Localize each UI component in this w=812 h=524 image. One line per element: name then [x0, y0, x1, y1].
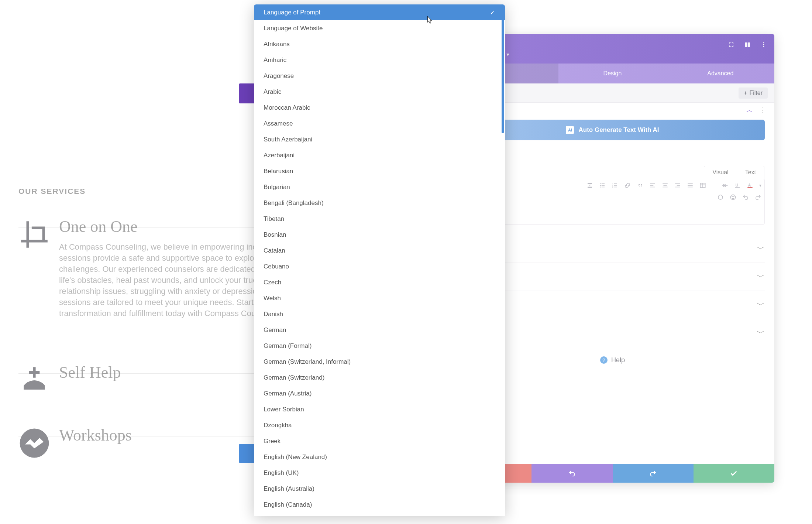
redo-button[interactable]: [613, 464, 694, 483]
accordion-row[interactable]: el ﹀: [460, 319, 765, 347]
language-option[interactable]: Greek: [254, 433, 505, 449]
language-option[interactable]: Welsh: [254, 290, 505, 306]
svg-text:A: A: [748, 183, 751, 187]
link-icon[interactable]: [624, 182, 631, 189]
language-option[interactable]: German (Austria): [254, 386, 505, 401]
language-option[interactable]: English (UK): [254, 465, 505, 481]
language-option-label: South Azerbaijani: [264, 136, 312, 143]
language-option[interactable]: Dzongkha: [254, 417, 505, 433]
language-option-label: English (UK): [264, 469, 299, 477]
svg-rect-36: [747, 187, 753, 188]
accordion-row[interactable]: ﹀: [460, 263, 765, 291]
language-option-label: Welsh: [264, 295, 281, 302]
save-button[interactable]: [694, 464, 774, 483]
language-option[interactable]: Amharic: [254, 52, 505, 68]
svg-text:U: U: [736, 183, 739, 187]
language-option[interactable]: Language of Prompt✓: [254, 4, 505, 20]
align-left-icon[interactable]: [649, 182, 656, 189]
language-option-label: Assamese: [264, 120, 293, 127]
language-option[interactable]: Lower Sorbian: [254, 401, 505, 417]
language-option-label: Afrikaans: [264, 41, 290, 48]
chevron-down-icon: ﹀: [757, 328, 765, 339]
language-option[interactable]: Azerbaijani: [254, 147, 505, 163]
language-option[interactable]: Czech: [254, 274, 505, 290]
svg-point-37: [718, 195, 723, 199]
language-option-label: Azerbaijani: [264, 152, 295, 159]
language-dropdown[interactable]: Language of Prompt✓Language of WebsiteAf…: [254, 4, 505, 516]
scrollbar-thumb[interactable]: [502, 6, 504, 133]
align-justify-icon[interactable]: [687, 182, 694, 189]
ai-generate-button[interactable]: AI Auto Generate Text With AI: [460, 120, 765, 140]
tab-advanced[interactable]: Advanced: [667, 64, 774, 83]
undo-icon[interactable]: [742, 194, 749, 201]
messenger-icon: [18, 427, 50, 459]
quote-icon[interactable]: [637, 182, 643, 189]
chevron-down-icon: ﹀: [757, 243, 765, 254]
svg-rect-23: [677, 185, 680, 186]
svg-rect-24: [675, 187, 680, 188]
language-option[interactable]: English (New Zealand): [254, 449, 505, 465]
language-option[interactable]: Bengali (Bangladesh): [254, 195, 505, 211]
align-right-icon[interactable]: [674, 182, 681, 189]
mouse-cursor-icon: [425, 16, 433, 25]
table-icon[interactable]: [699, 182, 706, 189]
language-option[interactable]: English (Canada): [254, 497, 505, 513]
language-option-label: Language of Website: [264, 25, 323, 32]
help-icon: ?: [600, 356, 608, 364]
accordion-row[interactable]: nd ﹀: [460, 291, 765, 319]
language-option[interactable]: Catalan: [254, 243, 505, 258]
language-option[interactable]: Tibetan: [254, 211, 505, 227]
ai-badge-icon: AI: [566, 126, 574, 134]
more-vertical-icon[interactable]: [760, 41, 767, 49]
editor-tab-visual[interactable]: Visual: [704, 166, 736, 179]
language-option-label: Dzongkha: [264, 422, 292, 429]
expand-icon[interactable]: [728, 41, 734, 49]
undo-button[interactable]: [531, 464, 612, 483]
svg-rect-13: [614, 184, 617, 184]
emoji-icon[interactable]: [730, 194, 736, 201]
redo-icon[interactable]: [755, 194, 761, 201]
formula-icon[interactable]: [586, 182, 593, 189]
language-option-label: Czech: [264, 279, 281, 286]
chevron-down-icon[interactable]: ▾: [759, 183, 761, 188]
language-option[interactable]: Assamese: [254, 116, 505, 131]
language-option-label: Language of Prompt: [264, 9, 320, 16]
filter-button[interactable]: + Filter: [739, 88, 768, 99]
language-option[interactable]: Cebuano: [254, 258, 505, 274]
text-color-icon[interactable]: A: [747, 182, 753, 189]
chevron-up-icon[interactable]: ︿: [746, 106, 753, 114]
rich-text-editor[interactable]: Visual Text 123 S U A ▾: [460, 179, 765, 225]
language-option[interactable]: German (Switzerland): [254, 370, 505, 386]
language-option[interactable]: German (Switzerland, Informal): [254, 354, 505, 370]
columns-icon[interactable]: [744, 41, 751, 49]
language-option[interactable]: Belarusian: [254, 163, 505, 179]
language-option[interactable]: Language of Website: [254, 20, 505, 36]
align-center-icon[interactable]: [662, 182, 668, 189]
editor-tab-text[interactable]: Text: [737, 166, 764, 179]
language-option[interactable]: English (Australia): [254, 481, 505, 497]
language-option[interactable]: German: [254, 322, 505, 338]
language-option[interactable]: Danish: [254, 306, 505, 322]
language-option[interactable]: German (Formal): [254, 338, 505, 354]
language-option[interactable]: Bosnian: [254, 227, 505, 243]
circle-icon[interactable]: [717, 194, 724, 201]
list-ul-icon[interactable]: [599, 182, 606, 189]
strikethrough-icon[interactable]: S: [722, 182, 728, 189]
svg-rect-21: [663, 187, 668, 188]
tab-design[interactable]: Design: [558, 64, 666, 83]
editor-toolbar-row-2: [717, 194, 761, 201]
language-option[interactable]: Arabic: [254, 84, 505, 100]
more-vertical-icon[interactable]: ⋮: [760, 106, 766, 114]
language-option[interactable]: Afrikaans: [254, 36, 505, 52]
language-option-label: German (Switzerland): [264, 374, 324, 381]
language-option[interactable]: Moroccan Arabic: [254, 100, 505, 116]
language-option[interactable]: Aragonese: [254, 68, 505, 84]
language-option[interactable]: South Azerbaijani: [254, 131, 505, 147]
list-ol-icon[interactable]: 123: [612, 182, 618, 189]
svg-rect-8: [602, 185, 605, 186]
check-icon: ✓: [490, 8, 495, 17]
editor-toolbar-row-1: 123 S U A ▾: [586, 182, 761, 189]
accordion-row[interactable]: ﹀: [460, 235, 765, 263]
language-option[interactable]: Bulgarian: [254, 179, 505, 195]
underline-icon[interactable]: U: [734, 182, 741, 189]
